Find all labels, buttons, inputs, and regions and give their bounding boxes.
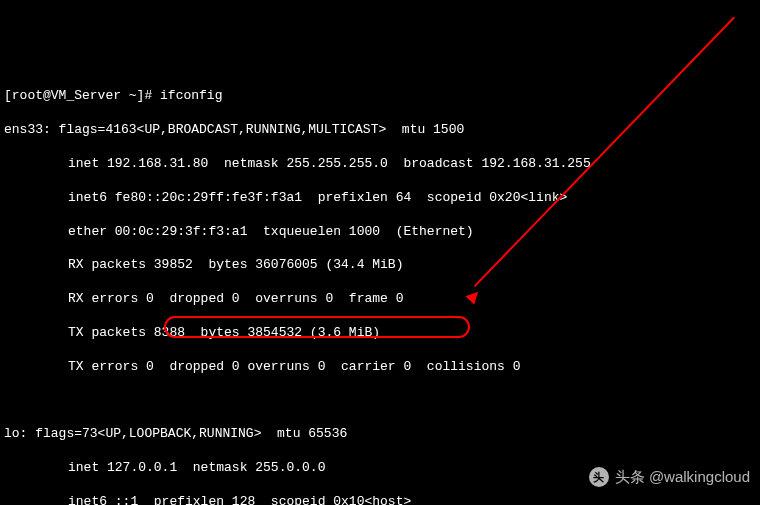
iface-inet: inet 127.0.0.1 netmask 255.0.0.0 — [4, 460, 756, 477]
iface-header: ens33: flags=4163<UP,BROADCAST,RUNNING,M… — [4, 122, 756, 139]
iface-inet: inet 192.168.31.80 netmask 255.255.255.0… — [4, 156, 756, 173]
iface-rxe: RX errors 0 dropped 0 overruns 0 frame 0 — [4, 291, 756, 308]
iface-ether: ether 00:0c:29:3f:f3:a1 txqueuelen 1000 … — [4, 224, 756, 241]
terminal-output: [root@VM_Server ~]# ifconfig ens33: flag… — [4, 72, 756, 505]
command-text: ifconfig — [160, 88, 222, 103]
blank-line — [4, 392, 756, 409]
iface-header: lo: flags=73<UP,LOOPBACK,RUNNING> mtu 65… — [4, 426, 756, 443]
iface-txe: TX errors 0 dropped 0 overruns 0 carrier… — [4, 359, 756, 376]
shell-prompt: [root@VM_Server ~]# — [4, 88, 160, 103]
iface-txp: TX packets 8388 bytes 3854532 (3.6 MiB) — [4, 325, 756, 342]
prompt-line[interactable]: [root@VM_Server ~]# ifconfig — [4, 88, 756, 105]
iface-rxp: RX packets 39852 bytes 36076005 (34.4 Mi… — [4, 257, 756, 274]
iface-inet6: inet6 fe80::20c:29ff:fe3f:f3a1 prefixlen… — [4, 190, 756, 207]
iface-inet6: inet6 ::1 prefixlen 128 scopeid 0x10<hos… — [4, 494, 756, 505]
